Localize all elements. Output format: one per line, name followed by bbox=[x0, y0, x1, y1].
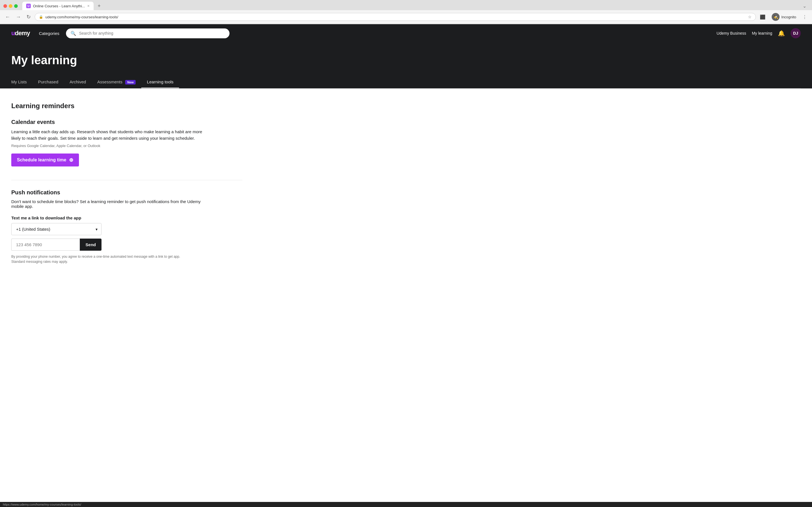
menu-button[interactable]: ⋮ bbox=[801, 13, 809, 21]
app-header: udemy Categories 🔍 Udemy Business My lea… bbox=[0, 24, 812, 42]
nav-right-buttons: ⬛ 🕵 Incognito ⋮ bbox=[758, 12, 809, 22]
url-display: udemy.com/home/my-courses/learning-tools… bbox=[45, 15, 746, 19]
my-learning-nav-link[interactable]: My learning bbox=[752, 31, 772, 36]
browser-chrome: U Online Courses - Learn Anythi... ✕ + ⌄… bbox=[0, 0, 812, 24]
incognito-avatar: 🕵 bbox=[772, 13, 779, 21]
minimize-window-button[interactable] bbox=[9, 4, 12, 8]
privacy-note: By providing your phone number, you agre… bbox=[11, 254, 192, 264]
push-notifications-title: Push notifications bbox=[11, 189, 243, 196]
hero-section: My learning My Lists Purchased Archived … bbox=[0, 42, 812, 89]
search-bar[interactable]: 🔍 bbox=[66, 29, 230, 38]
search-input[interactable] bbox=[79, 31, 225, 36]
reminders-section-title: Learning reminders bbox=[11, 102, 243, 110]
send-button[interactable]: Send bbox=[80, 238, 101, 251]
tab-assessments[interactable]: Assessments New bbox=[92, 76, 141, 88]
udemy-logo[interactable]: udemy bbox=[11, 30, 30, 37]
incognito-button[interactable]: 🕵 Incognito bbox=[769, 12, 799, 22]
tab-purchased[interactable]: Purchased bbox=[33, 76, 64, 88]
calendar-events-section: Calendar events Learning a little each d… bbox=[11, 119, 243, 166]
refresh-button[interactable]: ↻ bbox=[25, 13, 33, 21]
active-tab[interactable]: U Online Courses - Learn Anythi... ✕ bbox=[22, 2, 94, 10]
plus-icon: ⊕ bbox=[69, 157, 73, 163]
forward-button[interactable]: → bbox=[14, 13, 22, 21]
tab-favicon: U bbox=[26, 4, 31, 8]
calendar-events-title: Calendar events bbox=[11, 119, 243, 125]
page-title: My learning bbox=[11, 54, 801, 67]
header-right: Udemy Business My learning 🔔 DJ bbox=[717, 28, 801, 38]
tab-archived[interactable]: Archived bbox=[64, 76, 92, 88]
address-bar[interactable]: 🔒 udemy.com/home/my-courses/learning-too… bbox=[35, 13, 756, 21]
tabs-navigation: My Lists Purchased Archived Assessments … bbox=[11, 76, 801, 89]
browser-nav: ← → ↻ 🔒 udemy.com/home/my-courses/learni… bbox=[0, 10, 812, 24]
lock-icon: 🔒 bbox=[39, 15, 43, 19]
tab-title: Online Courses - Learn Anythi... bbox=[33, 4, 85, 8]
text-link-label: Text me a link to download the app bbox=[11, 216, 243, 220]
schedule-learning-time-button[interactable]: Schedule learning time ⊕ bbox=[11, 154, 79, 166]
close-window-button[interactable] bbox=[3, 4, 7, 8]
country-select-wrapper: +1 (United States) +44 (United Kingdom) … bbox=[11, 223, 101, 235]
calendar-events-description: Learning a little each day adds up. Rese… bbox=[11, 129, 209, 142]
back-button[interactable]: ← bbox=[3, 13, 12, 21]
incognito-label: Incognito bbox=[781, 15, 796, 19]
browser-tab-bar: U Online Courses - Learn Anythi... ✕ + ⌄ bbox=[0, 0, 812, 10]
push-notifications-description: Don't want to schedule time blocks? Set … bbox=[11, 199, 203, 209]
notifications-icon[interactable]: 🔔 bbox=[778, 30, 785, 37]
new-tab-button[interactable]: + bbox=[96, 3, 102, 10]
maximize-window-button[interactable] bbox=[14, 4, 18, 8]
phone-input-row: Send bbox=[11, 238, 101, 251]
tab-my-lists[interactable]: My Lists bbox=[11, 76, 33, 88]
window-controls bbox=[3, 4, 18, 8]
country-select[interactable]: +1 (United States) +44 (United Kingdom) … bbox=[11, 223, 101, 235]
user-avatar[interactable]: DJ bbox=[791, 28, 801, 38]
push-notifications-section: Push notifications Don't want to schedul… bbox=[11, 189, 243, 264]
search-icon: 🔍 bbox=[70, 31, 76, 36]
assessments-new-badge: New bbox=[125, 80, 136, 84]
udemy-business-link[interactable]: Udemy Business bbox=[717, 31, 746, 36]
phone-number-input[interactable] bbox=[11, 238, 80, 251]
tab-close-button[interactable]: ✕ bbox=[87, 4, 90, 8]
categories-button[interactable]: Categories bbox=[39, 31, 59, 36]
bookmark-icon[interactable]: ☆ bbox=[748, 15, 752, 19]
calendar-events-note: Requires Google Calendar, Apple Calendar… bbox=[11, 144, 243, 148]
extensions-button[interactable]: ⬛ bbox=[758, 13, 767, 21]
tab-learning-tools[interactable]: Learning tools bbox=[141, 76, 179, 88]
section-divider bbox=[11, 180, 243, 180]
main-content: Learning reminders Calendar events Learn… bbox=[0, 89, 254, 287]
expand-icon[interactable]: ⌄ bbox=[803, 3, 806, 9]
